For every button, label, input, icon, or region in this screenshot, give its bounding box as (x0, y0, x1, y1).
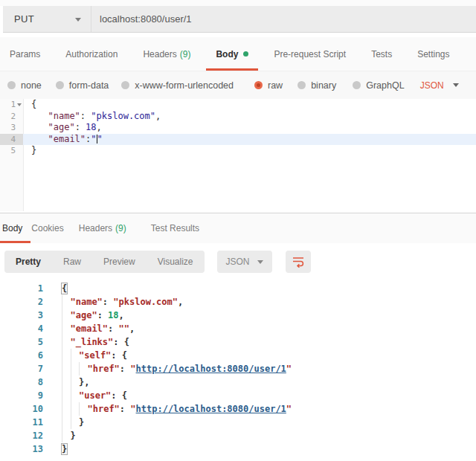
body-type-graphql[interactable]: GraphQL (353, 80, 404, 91)
request-url-bar: PUT localhost:8080/user/1 (3, 6, 476, 33)
radio-icon-selected (254, 81, 263, 89)
line-number: 1 (0, 99, 16, 111)
tab-headers[interactable]: Headers(9) (133, 37, 200, 71)
code-line-4: 4"email":"" (0, 134, 476, 146)
tab-params[interactable]: Params (0, 37, 50, 71)
response-headers-count: (9) (115, 223, 126, 233)
code-line-5: 5"_links": { (0, 335, 476, 349)
radio-icon (353, 81, 361, 89)
top-strip (0, 0, 476, 6)
response-language-selector[interactable]: JSON (217, 251, 272, 273)
code-line-3: 3"age": 18, (0, 309, 476, 322)
response-body-viewer[interactable]: 1{2"name": "pkslow.com",3"age": 18,4"ema… (0, 280, 476, 456)
radio-icon (56, 81, 64, 89)
tab-body[interactable]: Body (206, 37, 258, 71)
response-tabs: Body Cookies Headers(9) Test Results (0, 213, 476, 243)
line-number: 13 (0, 442, 43, 456)
wrap-lines-icon (292, 256, 304, 268)
view-switcher: Pretty Raw Preview Visualize (4, 251, 205, 273)
chevron-down-icon (257, 260, 263, 267)
response-tab-cookies[interactable]: Cookies (30, 213, 68, 243)
line-number: 4 (0, 322, 43, 335)
fold-caret-icon[interactable] (17, 103, 22, 109)
radio-icon (298, 81, 306, 89)
line-number: 3 (0, 122, 16, 134)
line-number: 6 (0, 349, 43, 362)
postman-window: PUT localhost:8080/user/1 Params Authori… (0, 0, 476, 461)
body-type-row: none form-data x-www-form-urlencoded raw… (0, 71, 476, 99)
line-number: 5 (0, 145, 16, 157)
response-toolbar: Pretty Raw Preview Visualize JSON (0, 243, 476, 280)
line-number: 12 (0, 429, 43, 442)
chevron-down-icon (453, 83, 459, 90)
code-line-1: 1{ (0, 99, 476, 111)
code-line-8: 8}, (0, 375, 476, 389)
code-line-4: 4"email": "", (0, 322, 476, 335)
url-input[interactable]: localhost:8080/user/1 (91, 6, 476, 32)
line-number: 1 (0, 282, 43, 295)
line-number: 3 (0, 309, 43, 322)
request-body-editor[interactable]: 1{2"name": "pkslow.com",3"age": 18,4"ema… (0, 99, 476, 213)
response-tab-headers[interactable]: Headers(9) (68, 213, 131, 243)
body-modified-dot (243, 51, 248, 57)
method-selector[interactable]: PUT (3, 6, 91, 32)
line-number: 7 (0, 362, 43, 375)
view-visualize[interactable]: Visualize (147, 251, 205, 273)
url-value: localhost:8080/user/1 (91, 13, 192, 25)
code-line-10: 10"href": "http://localhost:8080/user/1" (0, 402, 476, 416)
code-line-5: 5} (0, 145, 476, 157)
body-type-raw[interactable]: raw (254, 80, 283, 91)
tab-pre-request-script[interactable]: Pre-request Script (264, 37, 356, 71)
response-tab-test-results[interactable]: Test Results (131, 213, 204, 243)
tab-authorization[interactable]: Authorization (56, 37, 127, 71)
line-number: 2 (0, 111, 16, 123)
radio-icon (7, 81, 16, 89)
code-line-9: 9"user": { (0, 389, 476, 402)
line-number: 4 (0, 134, 16, 146)
line-number: 10 (0, 402, 43, 416)
view-preview[interactable]: Preview (92, 251, 147, 273)
radio-icon (121, 81, 129, 89)
tab-tests[interactable]: Tests (361, 37, 402, 71)
wrap-lines-button[interactable] (286, 251, 311, 273)
view-pretty[interactable]: Pretty (4, 251, 52, 273)
body-type-x-www-form-urlencoded[interactable]: x-www-form-urlencoded (121, 80, 234, 91)
response-link[interactable]: http://localhost:8080/user/1 (136, 364, 286, 374)
code-line-6: 6"self": { (0, 349, 476, 362)
code-line-11: 11} (0, 416, 476, 429)
code-line-2: 2"name": "pkslow.com", (0, 295, 476, 309)
line-number: 8 (0, 375, 43, 389)
code-line-2: 2"name": "pkslow.com", (0, 111, 476, 123)
view-raw[interactable]: Raw (52, 251, 92, 273)
body-type-none[interactable]: none (7, 80, 42, 91)
body-type-binary[interactable]: binary (298, 80, 336, 91)
code-line-12: 12} (0, 429, 476, 442)
method-label: PUT (3, 13, 34, 25)
code-line-7: 7"href": "http://localhost:8080/user/1" (0, 362, 476, 375)
chevron-down-icon (75, 18, 81, 25)
line-number: 11 (0, 416, 43, 429)
line-number: 9 (0, 389, 43, 402)
language-selector[interactable]: JSON (420, 80, 459, 91)
body-type-form-data[interactable]: form-data (56, 80, 109, 91)
tab-settings[interactable]: Settings (408, 37, 459, 71)
code-line-1: 1{ (0, 282, 476, 295)
line-number: 2 (0, 295, 43, 309)
code-line-3: 3"age": 18, (0, 122, 476, 134)
line-number: 5 (0, 335, 43, 349)
response-section: Body Cookies Headers(9) Test Results Pre… (0, 213, 476, 461)
headers-count: (9) (180, 49, 191, 59)
code-line-13: 13} (0, 442, 476, 456)
response-link[interactable]: http://localhost:8080/user/1 (136, 404, 286, 414)
response-tab-body[interactable]: Body (0, 213, 30, 243)
request-tabs: Params Authorization Headers(9) Body Pre… (0, 37, 476, 71)
